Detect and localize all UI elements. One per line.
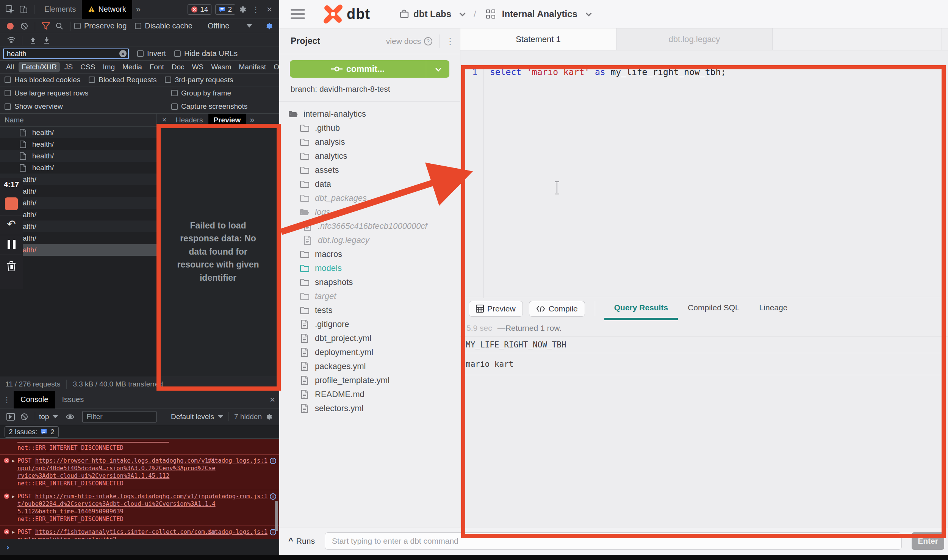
device-toolbar-icon[interactable] bbox=[17, 3, 30, 16]
context-select[interactable]: top bbox=[39, 413, 49, 421]
view-docs-link[interactable]: view docs ? bbox=[386, 37, 432, 46]
preview-button[interactable]: Preview bbox=[469, 301, 523, 317]
expand-triangle-icon[interactable]: ▶ bbox=[12, 457, 15, 465]
issues-chip[interactable]: 2 Issues: 2 bbox=[5, 426, 59, 438]
tab-network[interactable]: Network bbox=[82, 0, 132, 19]
source-location-link[interactable]: datadog-rum.js:1 bbox=[211, 493, 268, 500]
network-conditions-icon[interactable] bbox=[5, 33, 18, 47]
file-tree-item[interactable]: internal-analytics bbox=[279, 107, 460, 121]
clear-filter-icon[interactable]: × bbox=[119, 50, 127, 57]
levels-caret-icon[interactable] bbox=[218, 415, 223, 418]
expand-triangle-icon[interactable]: ▶ bbox=[12, 493, 15, 501]
project-kebab-icon[interactable]: ⋮ bbox=[439, 34, 455, 48]
log-levels-select[interactable]: Default levels bbox=[171, 413, 214, 421]
console-settings-gear-icon[interactable] bbox=[262, 410, 275, 424]
export-har-icon[interactable] bbox=[40, 33, 53, 47]
tab-query-results[interactable]: Query Results bbox=[604, 297, 678, 320]
issue-count-badge[interactable]: 2 bbox=[215, 4, 235, 15]
stop-recording-button[interactable] bbox=[5, 197, 18, 210]
file-tree-item[interactable]: profile_template.yml bbox=[279, 373, 460, 387]
more-tabs-icon[interactable]: » bbox=[132, 5, 144, 14]
file-tree-item[interactable]: target bbox=[279, 289, 460, 303]
file-tree-item[interactable]: models bbox=[279, 261, 460, 275]
capture-screenshots-checkbox[interactable]: Capture screenshots bbox=[171, 102, 266, 111]
kebab-menu-icon[interactable]: ⋮ bbox=[249, 3, 263, 16]
tab-lineage[interactable]: Lineage bbox=[749, 297, 798, 320]
error-count-badge[interactable]: 14 bbox=[188, 4, 211, 15]
network-request-row[interactable]: alth/ bbox=[0, 185, 156, 197]
group-by-frame-checkbox[interactable]: Group by frame bbox=[171, 89, 266, 97]
file-tree-item[interactable]: logs bbox=[279, 205, 460, 219]
close-detail-icon[interactable]: × bbox=[157, 116, 171, 124]
console-scrollbar[interactable] bbox=[275, 501, 278, 531]
enter-button[interactable]: Enter bbox=[912, 532, 944, 550]
network-request-row[interactable]: alth/ bbox=[0, 209, 156, 221]
tab-issues[interactable]: Issues bbox=[55, 391, 91, 408]
account-switcher[interactable]: dbt Labs bbox=[400, 9, 464, 19]
file-tree-item[interactable]: README.md bbox=[279, 387, 460, 401]
request-url-link[interactable]: https://fishtownanalytics.sinter-collect… bbox=[17, 529, 216, 539]
search-icon[interactable] bbox=[53, 19, 66, 33]
resource-type-pill[interactable]: Manifest bbox=[236, 62, 269, 72]
network-request-row[interactable]: health/ bbox=[0, 162, 156, 174]
tab-dbt-log-legacy[interactable]: dbt.log.legacy bbox=[616, 28, 773, 50]
expand-triangle-icon[interactable]: ▶ bbox=[12, 529, 15, 536]
eye-icon[interactable] bbox=[63, 410, 77, 424]
close-devtools-icon[interactable]: × bbox=[263, 3, 276, 16]
file-tree-item[interactable]: .nfc3665c416bfecb1000000cf bbox=[279, 219, 460, 233]
file-tree-item[interactable]: dbt_packages bbox=[279, 191, 460, 205]
network-request-row[interactable]: alth/ bbox=[0, 221, 156, 232]
disable-cache-checkbox[interactable]: Disable cache bbox=[135, 22, 192, 30]
file-tree-item[interactable]: dbt_project.yml bbox=[279, 331, 460, 345]
context-caret-icon[interactable] bbox=[53, 415, 58, 418]
undo-icon[interactable]: ↶ bbox=[7, 219, 16, 230]
resource-type-pill[interactable]: Img bbox=[100, 62, 118, 72]
file-tree-item[interactable]: .github bbox=[279, 121, 460, 135]
console-sidebar-icon[interactable] bbox=[4, 410, 17, 424]
inspect-element-icon[interactable] bbox=[3, 3, 17, 16]
resource-type-pill[interactable]: Wasm bbox=[208, 62, 234, 72]
file-tree-item[interactable]: macros bbox=[279, 247, 460, 261]
file-tree-item[interactable]: analytics bbox=[279, 149, 460, 163]
resource-type-pill[interactable]: JS bbox=[61, 62, 76, 72]
dbt-logo[interactable]: dbt bbox=[323, 4, 370, 24]
resource-type-pill[interactable]: All bbox=[3, 62, 17, 72]
pause-recording-button[interactable] bbox=[8, 240, 16, 249]
network-request-row[interactable]: alth/ bbox=[0, 197, 156, 209]
console-error[interactable]: ▶ POST https://fishtownanalytics.sinter-… bbox=[0, 526, 279, 539]
has-blocked-cookies-checkbox[interactable]: Has blocked cookies bbox=[5, 76, 80, 84]
network-filter-input[interactable] bbox=[3, 48, 129, 59]
file-tree-item[interactable]: .gitignore bbox=[279, 317, 460, 331]
commit-dropdown[interactable] bbox=[426, 60, 449, 78]
detail-more-tabs-icon[interactable]: » bbox=[246, 115, 258, 125]
file-tree-item[interactable]: data bbox=[279, 177, 460, 191]
tab-compiled-sql[interactable]: Compiled SQL bbox=[678, 297, 749, 320]
resource-type-pill[interactable]: Media bbox=[119, 62, 145, 72]
project-switcher[interactable]: Internal Analytics bbox=[486, 9, 590, 19]
throttling-select[interactable]: Offline bbox=[208, 22, 229, 30]
network-request-row[interactable]: alth/ bbox=[0, 174, 156, 185]
hamburger-menu-icon[interactable] bbox=[291, 9, 307, 19]
third-party-checkbox[interactable]: 3rd-party requests bbox=[165, 76, 233, 84]
file-tree-item[interactable]: selectors.yml bbox=[279, 401, 460, 415]
file-tree-item[interactable]: snapshots bbox=[279, 275, 460, 289]
console-filter-input[interactable] bbox=[82, 411, 156, 422]
tab-preview[interactable]: Preview bbox=[208, 114, 246, 127]
network-request-row[interactable]: health/ bbox=[0, 127, 156, 138]
network-settings-gear-icon[interactable] bbox=[262, 19, 275, 33]
issue-info-icon[interactable] bbox=[270, 458, 276, 464]
close-drawer-icon[interactable]: × bbox=[266, 393, 279, 407]
filter-icon[interactable] bbox=[39, 19, 53, 33]
network-request-row[interactable]: health/ bbox=[0, 138, 156, 150]
dbt-command-input[interactable] bbox=[325, 532, 902, 550]
hide-data-urls-checkbox[interactable]: Hide data URLs bbox=[174, 49, 238, 58]
compile-button[interactable]: Compile bbox=[529, 301, 585, 317]
name-column-header[interactable]: Name bbox=[0, 114, 156, 127]
file-tree-item[interactable]: packages.yml bbox=[279, 359, 460, 373]
file-tree-item[interactable]: dbt.log.legacy bbox=[279, 233, 460, 247]
issue-info-icon[interactable] bbox=[270, 493, 276, 500]
blocked-requests-checkbox[interactable]: Blocked Requests bbox=[89, 76, 156, 84]
request-url-link[interactable]: https://browser-http-intake.logs.datadog… bbox=[17, 457, 216, 479]
network-request-row[interactable]: alth/ bbox=[0, 232, 156, 244]
preserve-log-checkbox[interactable]: Preserve log bbox=[74, 22, 127, 30]
